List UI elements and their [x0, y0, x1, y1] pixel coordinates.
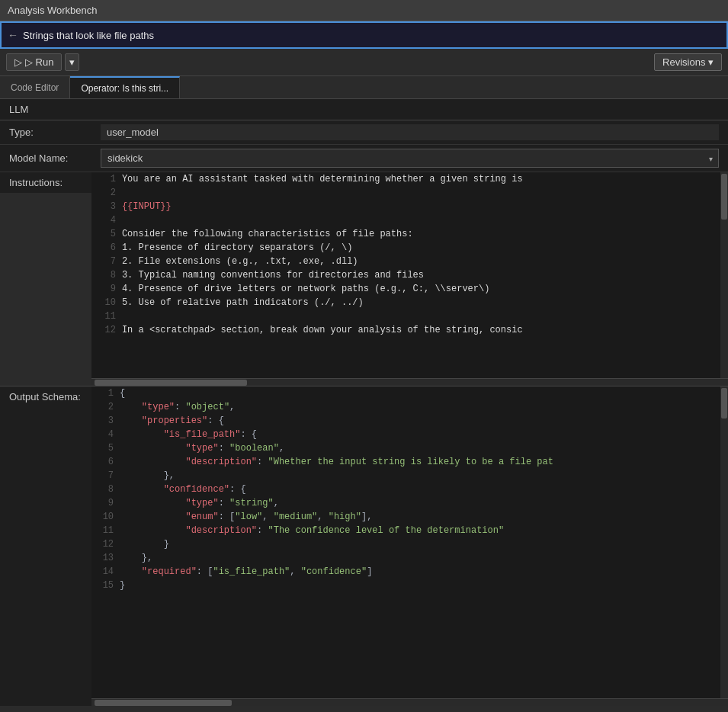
table-row: 105. Use of relative path indicators (./…: [91, 296, 728, 309]
instructions-field-row: Instructions: 1You are an AI assistant t…: [0, 172, 728, 386]
main-content: LLM Type: user_model Model Name: sidekic…: [0, 99, 728, 706]
instructions-scrollbar-v-thumb: [721, 174, 727, 220]
table-row: 9 "type": "string",: [91, 496, 728, 510]
instructions-label: Instructions:: [0, 172, 91, 193]
type-label: Type:: [9, 127, 101, 138]
revisions-button[interactable]: Revisions ▾: [654, 53, 722, 71]
table-row: 7 },: [91, 469, 728, 483]
toolbar-left: ▷ ▷ Run ▾: [6, 53, 79, 71]
tab-operator[interactable]: Operator: Is this stri...: [70, 76, 180, 98]
table-row: 11 "description": "The confidence level …: [91, 524, 728, 537]
table-row: 4: [91, 213, 728, 227]
instructions-code-table: 1You are an AI assistant tasked with det…: [91, 172, 728, 337]
output-schema-scrollbar-v-thumb: [721, 388, 727, 419]
table-row: 5 "type": "boolean",: [91, 441, 728, 455]
instructions-editor[interactable]: 1You are an AI assistant tasked with det…: [91, 172, 728, 386]
title-bar: Analysis Workbench: [0, 0, 728, 21]
table-row: 12 }: [91, 537, 728, 551]
output-schema-code-table: 1{ 2 "type": "object", 3 "properties": {…: [91, 386, 728, 592]
run-button[interactable]: ▷ ▷ Run: [6, 53, 62, 71]
breadcrumb-input[interactable]: [23, 30, 720, 41]
model-name-label: Model Name:: [9, 152, 101, 164]
table-row: 13 },: [91, 551, 728, 565]
table-row: 83. Typical naming conventions for direc…: [91, 268, 728, 282]
table-row: 72. File extensions (e.g., .txt, .exe, .…: [91, 255, 728, 268]
output-schema-editor[interactable]: 1{ 2 "type": "object", 3 "properties": {…: [91, 386, 728, 706]
input-bar: ←: [0, 21, 728, 49]
output-schema-scrollbar-h[interactable]: [91, 698, 728, 706]
tabs-row: Code Editor Operator: Is this stri...: [0, 76, 728, 99]
run-label: ▷ Run: [25, 56, 53, 68]
table-row: 1{: [91, 386, 728, 400]
table-row: 2: [91, 186, 728, 200]
table-row: 3 "properties": {: [91, 414, 728, 428]
table-row: 5Consider the following characteristics …: [91, 227, 728, 241]
table-row: 10 "enum": ["low", "medium", "high"],: [91, 510, 728, 524]
model-select-wrapper: sidekick gpt-4 gpt-3.5-turbo ▾: [101, 149, 719, 168]
table-row: 3{{INPUT}}: [91, 200, 728, 213]
instructions-scrollbar-v[interactable]: [720, 172, 728, 378]
instructions-scrollbar-h-thumb: [95, 380, 247, 386]
table-row: 2 "type": "object",: [91, 400, 728, 414]
table-row: 8 "confidence": {: [91, 483, 728, 496]
output-schema-label: Output Schema:: [0, 386, 91, 706]
table-row: 6 "description": "Whether the input stri…: [91, 455, 728, 469]
play-icon: ▷: [14, 56, 22, 68]
model-name-select[interactable]: sidekick gpt-4 gpt-3.5-turbo: [101, 149, 719, 168]
table-row: 12In a <scratchpad> section, break down …: [91, 323, 728, 337]
instructions-code-area: 1You are an AI assistant tasked with det…: [91, 172, 728, 378]
toolbar: ▷ ▷ Run ▾ Revisions ▾: [0, 49, 728, 76]
llm-section-header: LLM: [0, 99, 728, 120]
output-schema-code-area: 1{ 2 "type": "object", 3 "properties": {…: [91, 386, 728, 698]
model-name-row: Model Name: sidekick gpt-4 gpt-3.5-turbo…: [0, 145, 728, 172]
table-row: 94. Presence of drive letters or network…: [91, 282, 728, 296]
table-row: 1You are an AI assistant tasked with det…: [91, 172, 728, 186]
output-schema-scrollbar-h-thumb: [95, 700, 232, 706]
output-schema-scrollbar-v[interactable]: [720, 386, 728, 698]
instructions-block: Instructions: 1You are an AI assistant t…: [0, 172, 728, 386]
run-dropdown-button[interactable]: ▾: [65, 53, 79, 71]
table-row: 61. Presence of directory separators (/,…: [91, 241, 728, 255]
type-row: Type: user_model: [0, 120, 728, 145]
table-row: 14 "required": ["is_file_path", "confide…: [91, 565, 728, 579]
table-row: 4 "is_file_path": {: [91, 428, 728, 441]
instructions-scrollbar-h[interactable]: [91, 378, 728, 386]
tab-code-editor[interactable]: Code Editor: [0, 76, 70, 98]
table-row: 11: [91, 309, 728, 323]
table-row: 15}: [91, 579, 728, 592]
back-arrow-icon[interactable]: ←: [8, 29, 18, 41]
app-title: Analysis Workbench: [8, 5, 98, 16]
output-schema-block: Output Schema: 1{ 2 "type": "object", 3 …: [0, 386, 728, 706]
type-value: user_model: [101, 124, 719, 140]
